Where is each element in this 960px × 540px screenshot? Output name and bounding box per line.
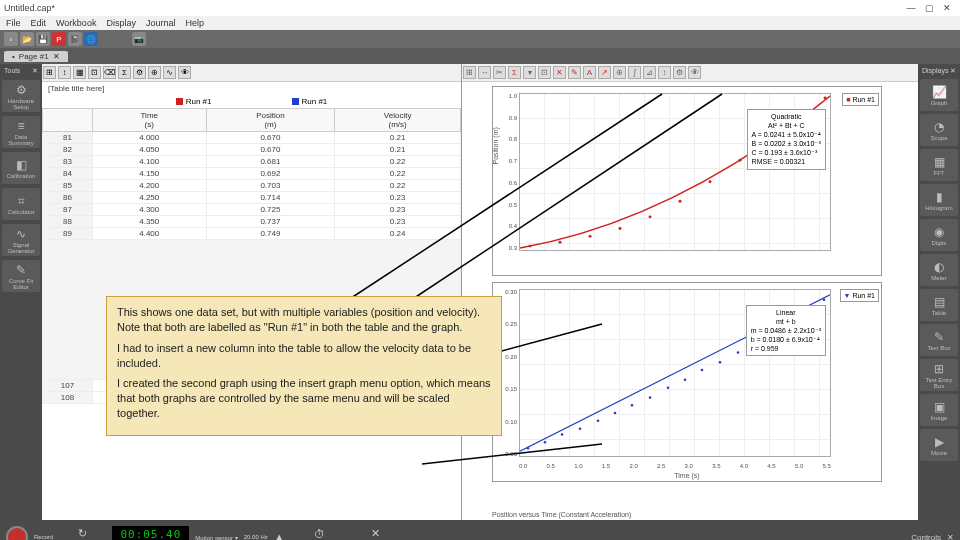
save-icon[interactable]: 💾 [36, 32, 50, 46]
graph-tool-icon[interactable]: Σ [508, 66, 521, 79]
graph-tool-icon[interactable]: ✕ [553, 66, 566, 79]
pdf-icon[interactable]: P [52, 32, 66, 46]
display-histogram[interactable]: ▮Histogram [920, 184, 958, 216]
g1-legend[interactable]: ■ Run #1 [842, 93, 879, 106]
graph-tool-icon[interactable]: ∫ [628, 66, 641, 79]
svg-point-29 [823, 298, 826, 301]
table-row[interactable]: 854.2000.7030.22 [43, 180, 461, 192]
display-graph[interactable]: 📈Graph [920, 79, 958, 111]
run-header: Run #1 Run #1 [42, 95, 461, 108]
globe-icon[interactable]: 🌐 [84, 32, 98, 46]
g1-fitbox[interactable]: Quadratic At² + Bt + C A = 0.0241 ± 5.0x… [747, 109, 826, 170]
tab-page1[interactable]: • Page #1 ✕ [4, 51, 68, 62]
table-tool-icon[interactable]: ⊡ [88, 66, 101, 79]
record-button[interactable] [6, 526, 28, 540]
table-tool-icon[interactable]: ▦ [73, 66, 86, 79]
sensor-select[interactable]: Motion sensor ▾ [195, 534, 237, 541]
tool-calculator[interactable]: ⌗Calculator [2, 188, 40, 220]
g2-xlabel: Time (s) [674, 472, 699, 479]
graph-tool-icon[interactable]: ↔ [478, 66, 491, 79]
run1-label-b: Run #1 [302, 97, 328, 106]
svg-point-0 [529, 245, 532, 248]
table-row[interactable]: 884.3500.7370.23 [43, 216, 461, 228]
menu-edit[interactable]: Edit [31, 18, 47, 28]
table-tool-icon[interactable]: ⊞ [43, 66, 56, 79]
tool-signal-generator[interactable]: ∿Signal Generator [2, 224, 40, 256]
svg-point-12 [527, 447, 530, 450]
graph-tool-icon[interactable]: ▾ [523, 66, 536, 79]
controls-close-icon[interactable]: ✕ [947, 533, 954, 541]
tab-close-icon[interactable]: ✕ [53, 52, 60, 61]
table-tool-icon[interactable]: Σ [118, 66, 131, 79]
display-meter[interactable]: ◐Meter [920, 254, 958, 286]
menu-help[interactable]: Help [185, 18, 204, 28]
clock-icon: ⏱ [314, 528, 325, 540]
g2-fitbox[interactable]: Linear mt + b m = 0.0486 ± 2.2x10⁻³ b = … [746, 305, 826, 356]
graph-tool-icon[interactable]: ⊡ [538, 66, 551, 79]
close-button[interactable]: ✕ [938, 3, 956, 13]
svg-point-20 [667, 386, 670, 389]
graph-tool-icon[interactable]: A [583, 66, 596, 79]
graph-tool-icon[interactable]: ⚙ [673, 66, 686, 79]
g2-yticks: 0.300.250.200.150.100.05 [503, 289, 517, 457]
delete-last-run[interactable]: ✕Delete Last Run [354, 527, 397, 540]
display-textbox[interactable]: ✎Text Box [920, 324, 958, 356]
graph-tool-icon[interactable]: 👁 [688, 66, 701, 79]
rate-up-icon[interactable]: ▲ [274, 531, 285, 540]
journal-icon[interactable]: 📓 [68, 32, 82, 46]
table-tool-icon[interactable]: ⊕ [148, 66, 161, 79]
display-image[interactable]: ▣Image [920, 394, 958, 426]
graph-tool-icon[interactable]: ✂ [493, 66, 506, 79]
tool-hardware-setup[interactable]: ⚙Hardware Setup [2, 80, 40, 112]
table-row[interactable]: 894.4000.7490.24 [43, 228, 461, 240]
table-tool-icon[interactable]: ⚙ [133, 66, 146, 79]
maximize-button[interactable]: ▢ [920, 3, 938, 13]
table-title[interactable]: [Table title here] [42, 82, 461, 95]
svg-point-23 [719, 361, 722, 364]
graph-velocity[interactable]: 0.300.250.200.150.100.05 Velocity v (m/s… [492, 282, 882, 482]
open-icon[interactable]: 📂 [20, 32, 34, 46]
menu-journal[interactable]: Journal [146, 18, 176, 28]
menu-file[interactable]: File [6, 18, 21, 28]
table-row[interactable]: 874.3000.7250.23 [43, 204, 461, 216]
graph-tool-icon[interactable]: ⊕ [613, 66, 626, 79]
display-textentry[interactable]: ⊞Text Entry Box [920, 359, 958, 391]
table-row[interactable]: 814.0000.6700.21 [43, 132, 461, 144]
display-scope[interactable]: ◔Scope [920, 114, 958, 146]
table-tool-icon[interactable]: 👁 [178, 66, 191, 79]
tool-curve-fit[interactable]: ✎Curve Fit Editor [2, 260, 40, 292]
g2-legend[interactable]: ▼ Run #1 [840, 289, 879, 302]
new-icon[interactable]: ▫ [4, 32, 18, 46]
table-row[interactable]: 824.0500.6700.21 [43, 144, 461, 156]
display-table[interactable]: ▤Table [920, 289, 958, 321]
table-tool-icon[interactable]: ⌫ [103, 66, 116, 79]
graph-tool-icon[interactable]: ⊿ [643, 66, 656, 79]
digits-icon: ◉ [934, 225, 944, 239]
doc-title: Untitled.cap* [4, 3, 55, 13]
graph-tool-icon[interactable]: ✎ [568, 66, 581, 79]
graph-position[interactable]: 1.00.90.80.70.60.50.40.3 Position (m) ■ … [492, 86, 882, 276]
sample-rate[interactable]: 20.00 Hz [244, 534, 268, 540]
recording-conditions[interactable]: ⏱Recording Conditions [291, 528, 348, 541]
graph-tool-icon[interactable]: ↕ [658, 66, 671, 79]
display-fft[interactable]: ▦FFT [920, 149, 958, 181]
table-row[interactable]: 834.1000.6810.22 [43, 156, 461, 168]
graph-tool-icon[interactable]: ↗ [598, 66, 611, 79]
continuous-mode[interactable]: ↻Continuous Mode [59, 527, 106, 540]
table-row[interactable]: 844.1500.6920.22 [43, 168, 461, 180]
minimize-button[interactable]: — [902, 3, 920, 13]
dock-pin-icon[interactable]: ✕ [950, 67, 956, 75]
table-tool-icon[interactable]: ↕ [58, 66, 71, 79]
snapshot-icon[interactable]: 📷 [132, 32, 146, 46]
dock-pin-icon[interactable]: ✕ [32, 67, 38, 75]
table-pane: ⊞ ↕ ▦ ⊡ ⌫ Σ ⚙ ⊕ ∿ 👁 [Table title here] R… [42, 64, 462, 520]
menu-display[interactable]: Display [106, 18, 136, 28]
display-movie[interactable]: ▶Movie [920, 429, 958, 461]
display-digits[interactable]: ◉Digits [920, 219, 958, 251]
menu-workbook[interactable]: Workbook [56, 18, 96, 28]
tool-data-summary[interactable]: ≡Data Summary [2, 116, 40, 148]
table-row[interactable]: 864.2500.7140.23 [43, 192, 461, 204]
graph-tool-icon[interactable]: ⊞ [463, 66, 476, 79]
table-tool-icon[interactable]: ∿ [163, 66, 176, 79]
tool-calibration[interactable]: ◧Calibration [2, 152, 40, 184]
